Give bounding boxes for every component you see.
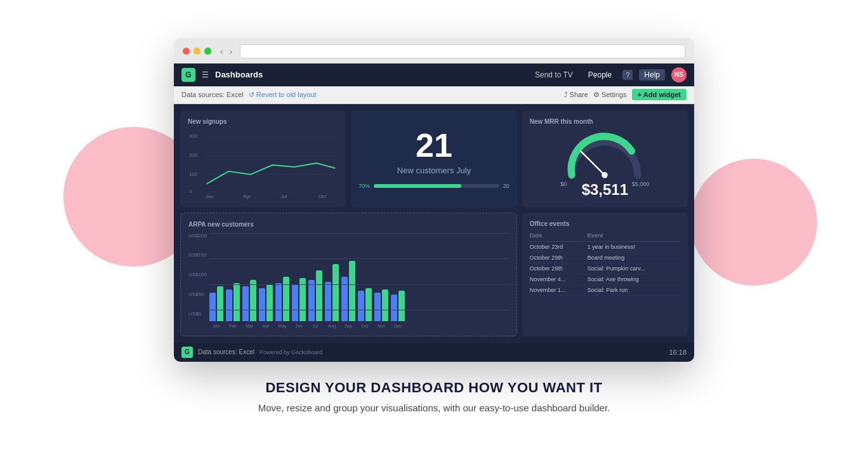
footer-logo: G: [181, 347, 193, 358]
x-oct: Oct: [358, 324, 372, 328]
bar-mar: [242, 280, 256, 321]
app-toolbar: Data sources: Excel ↺ Revert to old layo…: [174, 86, 694, 104]
event-date: November 4...: [530, 274, 588, 284]
table-row: October 29th Social: Pumpkin carv...: [530, 263, 680, 274]
bar-feb: [226, 283, 240, 321]
help-button[interactable]: Help: [639, 69, 665, 81]
nav-back-button[interactable]: ‹: [219, 46, 225, 56]
arpa-bars-wrapper: Jan Feb Mar Apr May Jun Jul Aug Sep Oct …: [209, 233, 509, 328]
event-date: November 1...: [530, 284, 588, 295]
progress-bar-bg: [374, 184, 499, 188]
x-jul: Jul: [308, 324, 322, 328]
people-button[interactable]: People: [584, 69, 616, 81]
bottom-subtext: Move, resize and group your visualisatio…: [258, 402, 610, 413]
arpa-y-150: US$150: [188, 252, 207, 258]
events-title: Office events: [530, 220, 680, 227]
svg-text:Jul: Jul: [280, 194, 287, 199]
table-row: October 23rd 1 year in business!: [530, 241, 680, 252]
bar-sep: [341, 261, 355, 321]
x-may: May: [275, 324, 289, 328]
event-name: Board meeting: [588, 252, 680, 263]
signups-title: New signups: [188, 118, 338, 125]
svg-line-12: [581, 151, 605, 175]
address-bar[interactable]: [240, 44, 685, 58]
arpa-y-200: US$200: [188, 233, 207, 239]
progress-pct: 70%: [358, 183, 370, 189]
bar-jul: [308, 270, 322, 321]
progress-bar-container: 70% 30: [358, 183, 509, 189]
bar-jun: [292, 278, 306, 321]
arpa-chart-area: US$200 US$150 US$100 US$50 US$0: [188, 233, 509, 328]
event-name: Social: Pumpkin carv...: [588, 263, 680, 274]
browser-window: ‹ › G ☰ Dashboards Send to TV People ? H…: [174, 38, 694, 362]
customers-number: 21: [416, 129, 452, 162]
event-name: Social: Park run: [588, 284, 680, 295]
help-icon-button[interactable]: ?: [622, 70, 633, 80]
settings-icon: ⚙: [593, 91, 600, 99]
event-date: October 29th: [530, 263, 588, 274]
svg-text:200: 200: [189, 152, 198, 158]
share-label: Share: [570, 91, 588, 98]
arpa-y-0: US$0: [188, 311, 207, 317]
svg-text:Apr: Apr: [243, 194, 251, 199]
x-feb: Feb: [226, 324, 240, 328]
table-row: November 4... Social: Axe throwing: [530, 274, 680, 284]
revert-icon: ↺: [249, 91, 254, 99]
send-to-tv-button[interactable]: Send to TV: [530, 69, 577, 81]
svg-text:Jan: Jan: [206, 194, 214, 199]
x-apr: Apr: [259, 324, 273, 328]
bottom-heading: DESIGN YOUR DASHBOARD HOW YOU WANT IT: [258, 380, 610, 396]
bar-aug: [325, 264, 339, 321]
bar-dec: [391, 291, 405, 321]
browser-titlebar: ‹ ›: [183, 44, 685, 63]
datasource-label: Data sources: Excel: [181, 91, 244, 98]
gauge-min: $0: [560, 181, 567, 187]
traffic-light-green[interactable]: [204, 48, 211, 55]
arpa-title: ARPA new customers: [188, 221, 509, 228]
traffic-light-red[interactable]: [183, 48, 190, 55]
event-name: Social: Axe throwing: [588, 274, 680, 284]
revert-button[interactable]: ↺ Revert to old layout: [249, 91, 317, 99]
x-nov: Nov: [374, 324, 388, 328]
add-widget-button[interactable]: + Add widget: [632, 89, 687, 100]
events-col-date: Date: [530, 232, 588, 242]
table-row: October 29th Board meeting: [530, 252, 680, 263]
bar-jan: [209, 286, 223, 321]
settings-label: Settings: [602, 91, 627, 98]
revert-label: Revert to old layout: [256, 91, 317, 98]
settings-button[interactable]: ⚙ Settings: [593, 91, 627, 99]
app-logo: G: [181, 68, 195, 82]
widget-events: Office events Date Event October 23rd 1 …: [522, 213, 688, 336]
traffic-light-yellow[interactable]: [194, 48, 201, 55]
share-button[interactable]: ⤴ Share: [564, 91, 588, 98]
app-header: G ☰ Dashboards Send to TV People ? Help …: [174, 63, 694, 86]
progress-value: 30: [503, 183, 510, 189]
x-mar: Mar: [242, 324, 256, 328]
customers-label: New customers July: [397, 166, 471, 175]
nav-forward-button[interactable]: ›: [228, 46, 234, 56]
bar-apr: [259, 284, 273, 321]
gauge-max: $5,000: [632, 181, 650, 187]
svg-text:100: 100: [189, 171, 198, 176]
arpa-bars: [209, 233, 509, 324]
bar-nov: [374, 289, 388, 321]
app-title: Dashboards: [215, 70, 263, 79]
share-icon: ⤴: [564, 91, 568, 98]
footer-datasource: Data sources: Excel: [198, 348, 254, 355]
widget-signups: New signups 300 200 100 0: [180, 110, 346, 208]
blob-right: [690, 159, 817, 286]
arpa-y-labels: US$200 US$150 US$100 US$50 US$0: [188, 233, 207, 328]
event-date: October 29th: [530, 252, 588, 263]
svg-text:0: 0: [189, 189, 192, 194]
browser-nav: ‹ ›: [219, 46, 233, 56]
dashboard-content: New signups 300 200 100 0: [174, 104, 694, 343]
events-col-event: Event: [588, 232, 680, 242]
browser-chrome: ‹ ›: [174, 38, 694, 63]
widget-mrr: New MRR this month $0 $5,000: [522, 110, 688, 208]
signups-svg: 300 200 100 0 Jan Apr Ju: [188, 130, 338, 200]
arpa-y-50: US$50: [188, 291, 207, 297]
svg-point-13: [602, 172, 608, 178]
bottom-content: DESIGN YOUR DASHBOARD HOW YOU WANT IT Mo…: [258, 380, 610, 413]
x-jan: Jan: [209, 324, 223, 328]
x-jun: Jun: [292, 324, 306, 328]
